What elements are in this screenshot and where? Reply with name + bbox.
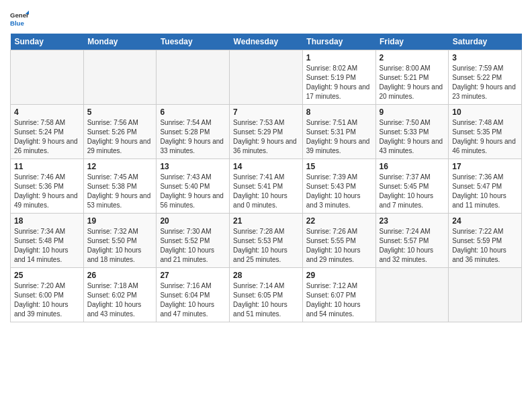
day-number: 3 — [452, 53, 518, 62]
day-info: Sunrise: 7:39 AMSunset: 5:43 PMDaylight:… — [306, 173, 372, 210]
day-number: 24 — [452, 216, 518, 226]
day-cell: 12Sunrise: 7:45 AMSunset: 5:38 PMDayligh… — [83, 159, 157, 214]
column-header-sunday: Sunday — [11, 34, 84, 50]
day-info: Sunrise: 7:32 AMSunset: 5:50 PMDaylight:… — [87, 227, 153, 265]
day-number: 29 — [306, 271, 372, 280]
day-number: 19 — [87, 216, 153, 226]
day-cell: 10Sunrise: 7:48 AMSunset: 5:35 PMDayligh… — [449, 105, 522, 159]
day-number: 27 — [160, 271, 226, 280]
day-number: 21 — [233, 216, 299, 226]
day-cell: 23Sunrise: 7:24 AMSunset: 5:57 PMDayligh… — [375, 214, 449, 268]
day-info: Sunrise: 7:46 AMSunset: 5:36 PMDaylight:… — [14, 173, 80, 210]
svg-text:Blue: Blue — [10, 19, 24, 27]
day-cell: 21Sunrise: 7:28 AMSunset: 5:53 PMDayligh… — [230, 214, 303, 268]
column-header-tuesday: Tuesday — [157, 34, 230, 50]
day-cell: 27Sunrise: 7:16 AMSunset: 6:04 PMDayligh… — [157, 268, 230, 322]
day-number: 14 — [233, 162, 299, 171]
day-cell — [230, 50, 303, 105]
day-info: Sunrise: 7:14 AMSunset: 6:05 PMDaylight:… — [233, 281, 299, 319]
column-header-wednesday: Wednesday — [230, 34, 303, 50]
day-number: 23 — [380, 216, 445, 226]
day-cell: 22Sunrise: 7:26 AMSunset: 5:55 PMDayligh… — [302, 214, 375, 268]
day-info: Sunrise: 7:51 AMSunset: 5:31 PMDaylight:… — [306, 118, 372, 156]
day-number: 17 — [452, 162, 518, 171]
week-row-2: 4Sunrise: 7:58 AMSunset: 5:24 PMDaylight… — [11, 105, 522, 159]
day-cell: 16Sunrise: 7:37 AMSunset: 5:45 PMDayligh… — [375, 159, 449, 214]
logo: General Blue — [10, 9, 29, 28]
day-info: Sunrise: 7:18 AMSunset: 6:02 PMDaylight:… — [87, 281, 153, 319]
day-cell: 17Sunrise: 7:36 AMSunset: 5:47 PMDayligh… — [449, 159, 522, 214]
logo-icon: General Blue — [10, 9, 29, 28]
day-info: Sunrise: 7:24 AMSunset: 5:57 PMDaylight:… — [380, 227, 445, 265]
week-row-5: 25Sunrise: 7:20 AMSunset: 6:00 PMDayligh… — [11, 268, 522, 322]
day-info: Sunrise: 7:59 AMSunset: 5:22 PMDaylight:… — [452, 64, 518, 101]
day-number: 11 — [14, 162, 80, 171]
day-info: Sunrise: 7:36 AMSunset: 5:47 PMDaylight:… — [452, 173, 518, 210]
week-row-1: 1Sunrise: 8:02 AMSunset: 5:19 PMDaylight… — [11, 50, 522, 105]
day-cell: 24Sunrise: 7:22 AMSunset: 5:59 PMDayligh… — [449, 214, 522, 268]
day-cell: 6Sunrise: 7:54 AMSunset: 5:28 PMDaylight… — [157, 105, 230, 159]
header-row: SundayMondayTuesdayWednesdayThursdayFrid… — [11, 34, 522, 50]
day-number: 12 — [87, 162, 153, 171]
day-number: 22 — [306, 216, 372, 226]
day-number: 4 — [14, 107, 80, 117]
day-cell: 20Sunrise: 7:30 AMSunset: 5:52 PMDayligh… — [157, 214, 230, 268]
day-info: Sunrise: 7:16 AMSunset: 6:04 PMDaylight:… — [160, 281, 226, 319]
calendar-table: SundayMondayTuesdayWednesdayThursdayFrid… — [10, 34, 522, 322]
day-info: Sunrise: 7:26 AMSunset: 5:55 PMDaylight:… — [306, 227, 372, 265]
day-cell: 29Sunrise: 7:12 AMSunset: 6:07 PMDayligh… — [302, 268, 375, 322]
day-cell — [83, 50, 157, 105]
column-header-saturday: Saturday — [449, 34, 522, 50]
day-cell: 2Sunrise: 8:00 AMSunset: 5:21 PMDaylight… — [375, 50, 449, 105]
day-cell: 1Sunrise: 8:02 AMSunset: 5:19 PMDaylight… — [302, 50, 375, 105]
day-cell: 28Sunrise: 7:14 AMSunset: 6:05 PMDayligh… — [230, 268, 303, 322]
week-row-3: 11Sunrise: 7:46 AMSunset: 5:36 PMDayligh… — [11, 159, 522, 214]
day-info: Sunrise: 7:37 AMSunset: 5:45 PMDaylight:… — [380, 173, 445, 210]
day-cell: 18Sunrise: 7:34 AMSunset: 5:48 PMDayligh… — [11, 214, 84, 268]
day-number: 26 — [87, 271, 153, 280]
day-info: Sunrise: 7:56 AMSunset: 5:26 PMDaylight:… — [87, 118, 153, 156]
day-number: 7 — [233, 107, 299, 117]
day-number: 18 — [14, 216, 80, 226]
day-info: Sunrise: 7:34 AMSunset: 5:48 PMDaylight:… — [14, 227, 80, 265]
day-cell: 8Sunrise: 7:51 AMSunset: 5:31 PMDaylight… — [302, 105, 375, 159]
day-info: Sunrise: 8:00 AMSunset: 5:21 PMDaylight:… — [380, 64, 445, 101]
page-header: General Blue — [10, 7, 522, 28]
day-cell — [449, 268, 522, 322]
day-info: Sunrise: 7:45 AMSunset: 5:38 PMDaylight:… — [87, 173, 153, 210]
day-number: 5 — [87, 107, 153, 117]
day-cell: 7Sunrise: 7:53 AMSunset: 5:29 PMDaylight… — [230, 105, 303, 159]
day-number: 16 — [380, 162, 445, 171]
day-number: 20 — [160, 216, 226, 226]
day-number: 6 — [160, 107, 226, 117]
day-cell: 11Sunrise: 7:46 AMSunset: 5:36 PMDayligh… — [11, 159, 84, 214]
day-number: 25 — [14, 271, 80, 280]
week-row-4: 18Sunrise: 7:34 AMSunset: 5:48 PMDayligh… — [11, 214, 522, 268]
day-cell: 5Sunrise: 7:56 AMSunset: 5:26 PMDaylight… — [83, 105, 157, 159]
day-cell — [375, 268, 449, 322]
day-info: Sunrise: 7:43 AMSunset: 5:40 PMDaylight:… — [160, 173, 226, 210]
day-info: Sunrise: 7:48 AMSunset: 5:35 PMDaylight:… — [452, 118, 518, 156]
day-number: 9 — [380, 107, 445, 117]
day-cell: 13Sunrise: 7:43 AMSunset: 5:40 PMDayligh… — [157, 159, 230, 214]
day-cell: 14Sunrise: 7:41 AMSunset: 5:41 PMDayligh… — [230, 159, 303, 214]
svg-text:General: General — [10, 11, 29, 19]
day-cell: 3Sunrise: 7:59 AMSunset: 5:22 PMDaylight… — [449, 50, 522, 105]
day-info: Sunrise: 7:22 AMSunset: 5:59 PMDaylight:… — [452, 227, 518, 265]
day-number: 1 — [306, 53, 372, 62]
day-cell: 19Sunrise: 7:32 AMSunset: 5:50 PMDayligh… — [83, 214, 157, 268]
day-number: 10 — [452, 107, 518, 117]
day-info: Sunrise: 7:30 AMSunset: 5:52 PMDaylight:… — [160, 227, 226, 265]
day-info: Sunrise: 7:12 AMSunset: 6:07 PMDaylight:… — [306, 281, 372, 319]
day-info: Sunrise: 7:50 AMSunset: 5:33 PMDaylight:… — [380, 118, 445, 156]
column-header-friday: Friday — [375, 34, 449, 50]
day-cell: 9Sunrise: 7:50 AMSunset: 5:33 PMDaylight… — [375, 105, 449, 159]
day-number: 13 — [160, 162, 226, 171]
day-cell: 15Sunrise: 7:39 AMSunset: 5:43 PMDayligh… — [302, 159, 375, 214]
day-number: 28 — [233, 271, 299, 280]
day-cell — [11, 50, 84, 105]
day-cell — [157, 50, 230, 105]
day-number: 8 — [306, 107, 372, 117]
day-info: Sunrise: 7:28 AMSunset: 5:53 PMDaylight:… — [233, 227, 299, 265]
day-info: Sunrise: 8:02 AMSunset: 5:19 PMDaylight:… — [306, 64, 372, 101]
